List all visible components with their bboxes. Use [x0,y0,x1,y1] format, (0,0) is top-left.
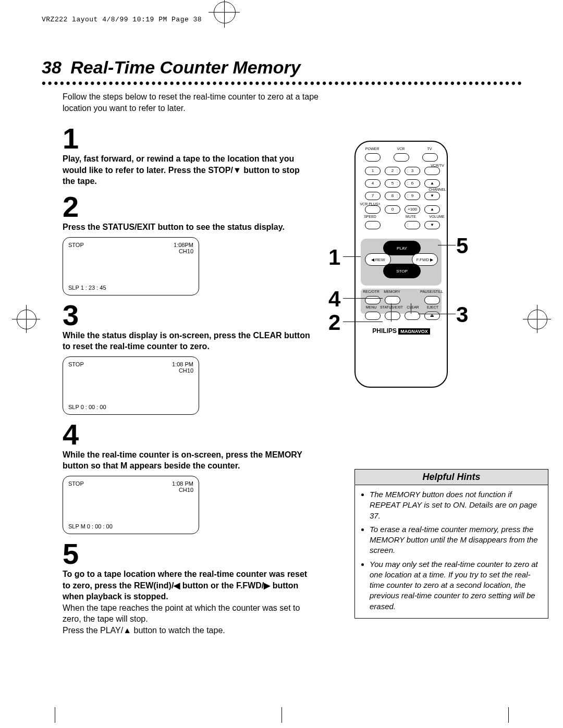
brand-magnavox: MAGNAVOX [398,328,430,335]
btn-vcr [394,153,409,162]
label-clear: CLEAR [402,305,423,309]
btn-2: 2 [385,167,400,175]
btn-vol-up: ▲ [424,205,440,214]
step-number-4: 4 [63,420,313,449]
btn-vcrplus [365,205,381,214]
step5-extra-1: When the tape reaches the point at which… [63,602,313,625]
btn-4: 4 [365,179,381,188]
remote-outline: POWER VCR TV VCR/TV 1 2 3 4 5 6 ▲ CHANNE… [354,141,448,388]
step-number-2: 2 [63,192,313,221]
step-text-2: Press the STATUS/EXIT button to see the … [63,221,313,233]
tv2-time-channel: 1:08 PMCH10 [172,361,193,374]
tv-screen-3: STOP 1:08 PMCH10 SLP M 0 : 00 : 00 [63,476,199,534]
label-power: POWER [362,147,383,151]
transport-group: PLAY ◀ REW F.FWD ▶ STOP [365,241,438,288]
callout-5: 5 [456,233,468,258]
callout-5-line [438,245,456,245]
btn-speed [365,221,381,229]
label-statusexit: STATUS/EXIT [380,305,403,309]
step-text-5: To go to a tape location where the real-… [63,569,313,602]
btn-eject: ⏏ [424,312,440,320]
btn-9: 9 [405,192,420,200]
page-title: Real-Time Counter Memory [70,57,300,77]
btn-tv [422,153,438,162]
label-eject: EJECT [422,305,443,309]
btn-mute [405,221,420,229]
tv3-counter: SLP M 0 : 00 : 00 [68,523,113,529]
step-number-1: 1 [63,124,313,153]
helpful-hints-list: The MEMORY button does not function if R… [362,489,541,612]
callout-stub-2 [391,303,391,322]
btn-100: +100 [405,205,420,214]
tv-screen-2: STOP 1:08 PMCH10 SLP 0 : 00 : 00 [63,356,199,415]
btn-ch-dn: ▼ [424,192,440,200]
btn-clear [405,312,420,320]
btn-5: 5 [385,179,400,188]
callout-3: 3 [456,302,468,327]
btn-pausestill [424,296,440,304]
steps-column: 1 Play, fast forward, or rewind a tape t… [63,124,313,636]
btn-play: PLAY [383,241,421,255]
label-vcr: VCR [390,147,411,151]
label-volume: VOLUME [425,215,449,218]
callout-3-line [418,314,456,314]
step-number-5: 5 [63,539,313,569]
page-heading: 38 Real-Time Counter Memory [42,57,521,78]
tv2-status: STOP [68,361,84,367]
brand-philips: PHILIPS [372,327,397,335]
tv3-time-channel: 1:08 PMCH10 [172,480,193,493]
callout-stub-3 [411,303,411,314]
label-memory: MEMORY [382,290,402,293]
crop-mark [508,707,509,723]
label-channel: CHANNEL [425,188,450,191]
callout-4-line [343,298,383,299]
btn-8: 8 [385,192,400,200]
btn-1: 1 [365,167,381,175]
tv1-status: STOP [68,242,84,248]
btn-stop: STOP [383,264,421,278]
callout-4: 4 [328,287,340,312]
crop-mark [55,707,55,723]
callout-2-line [343,322,383,322]
page-number: 38 [42,57,62,77]
btn-power [365,153,381,162]
step-text-4: While the real-time counter is on-screen… [63,449,313,472]
btn-6: 6 [405,179,420,188]
step-number-3: 3 [63,301,313,330]
label-recotr: REC/OTR [361,290,382,293]
callout-2: 2 [328,310,340,335]
btn-vol-dn: ▼ [424,221,440,229]
label-pausestill: PAUSE/STILL [420,290,441,293]
step-text-3: While the status display is on-screen, p… [63,330,313,352]
tv1-time-channel: 1:08PMCH10 [174,242,193,254]
btn-statusexit [385,312,400,320]
callout-1: 1 [328,245,340,270]
tv3-status: STOP [68,480,84,487]
btn-memory [385,296,400,304]
btn-vcrtv-oval [424,167,440,175]
remote-diagram: POWER VCR TV VCR/TV 1 2 3 4 5 6 ▲ CHANNE… [354,141,448,388]
label-menu: MENU [361,305,382,309]
intro-paragraph: Follow the steps below to reset the real… [63,91,344,114]
tv1-counter: SLP 1 : 23 : 45 [68,285,106,291]
btn-0: 0 [385,205,400,214]
label-speed: SPEED [360,215,381,218]
label-tv: TV [419,147,440,151]
callout-1-line [343,256,361,257]
hint-item: To erase a real-time counter memory, pre… [370,524,541,556]
tv2-counter: SLP 0 : 00 : 00 [68,404,106,410]
helpful-hints-title: Helpful Hints [355,470,548,485]
crop-mark [282,707,282,723]
helpful-hints-box: Helpful Hints The MEMORY button does not… [354,469,548,619]
btn-3: 3 [405,167,420,175]
hint-item: You may only set the real-time counter t… [370,559,541,612]
step5-extra-2: Press the PLAY/▲ button to watch the tap… [63,625,313,636]
step-text-1: Play, fast forward, or rewind a tape to … [63,153,313,187]
tv-screen-1: STOP 1:08PMCH10 SLP 1 : 23 : 45 [63,237,199,295]
hint-item: The MEMORY button does not function if R… [370,489,541,521]
print-slug: VRZ222 layout 4/8/99 10:19 PM Page 38 [42,16,202,23]
btn-menu [365,312,381,320]
btn-recotr [365,296,381,304]
btn-ch-up: ▲ [424,179,440,188]
brand-row: PHILIPS MAGNAVOX [356,327,447,335]
